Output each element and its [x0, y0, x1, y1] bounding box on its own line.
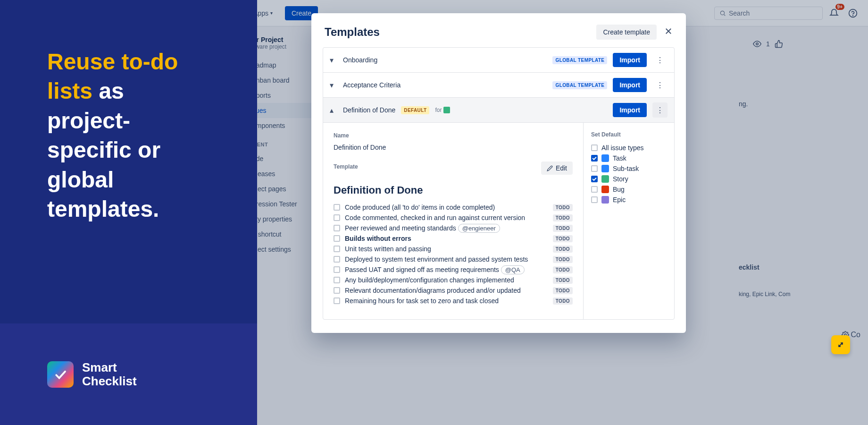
status-tag[interactable]: TODO [553, 266, 573, 273]
template-row-acceptance[interactable]: ▾ Acceptance Criteria GLOBAL TEMPLATE Im… [323, 73, 674, 98]
status-tag[interactable]: TODO [553, 225, 573, 232]
close-icon[interactable] [664, 27, 673, 38]
checklist-item-text: Any build/deployment/configuration chang… [345, 276, 548, 284]
checkbox[interactable] [591, 155, 598, 162]
notifications-icon[interactable]: 9+ [826, 6, 842, 21]
smart-checklist-logo-icon [47, 361, 74, 388]
chevron-up-icon: ▴ [330, 106, 337, 115]
checkbox[interactable] [334, 266, 340, 273]
template-row-onboarding[interactable]: ▾ Onboarding GLOBAL TEMPLATE Import ⋮ [323, 48, 674, 73]
default-type-option[interactable]: Sub-task [591, 163, 667, 174]
checklist-item[interactable]: Unit tests written and passing TODO [334, 244, 573, 254]
import-button[interactable]: Import [613, 103, 647, 117]
issue-type-icon [601, 154, 609, 162]
checkbox[interactable] [334, 214, 340, 221]
checklist-item-text: Code produced (all 'to do' items in code… [345, 204, 548, 211]
svg-point-0 [720, 11, 724, 15]
checkbox[interactable] [334, 277, 340, 283]
pencil-icon [547, 165, 553, 171]
default-type-option[interactable]: Story [591, 174, 667, 184]
type-label: Bug [613, 186, 625, 193]
checklist-item-text: Peer reviewed and meeting standards @eng… [345, 224, 548, 232]
checklist-item-text: Passed UAT and signed off as meeting req… [345, 266, 548, 273]
expand-fab-button[interactable] [831, 335, 850, 354]
kebab-menu-icon[interactable]: ⋮ [652, 77, 668, 93]
brand-name: Smart Checklist [82, 361, 137, 388]
name-value[interactable]: Definition of Done [334, 142, 573, 153]
issue-type-icon [601, 186, 609, 193]
mention-tag[interactable]: @QA [501, 265, 525, 274]
template-detail: Name Definition of Done Template Edit De… [323, 123, 674, 319]
checkbox[interactable] [334, 298, 340, 304]
checkbox[interactable] [334, 204, 340, 211]
edit-button[interactable]: Edit [541, 162, 573, 175]
default-type-option[interactable]: All issue types [591, 143, 667, 153]
status-tag[interactable]: TODO [553, 204, 573, 211]
story-icon [443, 107, 450, 113]
checkbox[interactable] [334, 287, 340, 294]
default-type-option[interactable]: Bug [591, 184, 667, 195]
status-tag[interactable]: TODO [553, 277, 573, 284]
checklist-item[interactable]: Passed UAT and signed off as meeting req… [334, 264, 573, 275]
checkbox[interactable] [591, 144, 598, 151]
issue-type-icon [601, 175, 609, 183]
status-tag[interactable]: TODO [553, 298, 573, 305]
status-tag[interactable]: TODO [553, 256, 573, 263]
default-type-option[interactable]: Task [591, 153, 667, 163]
template-label: Template [334, 163, 358, 170]
mention-tag[interactable]: @engieneer [458, 224, 500, 233]
checklist-item[interactable]: Code produced (all 'to do' items in code… [334, 202, 573, 212]
issue-right-panel: 1 ng. ecklist king, Epic Link, Com Co [731, 26, 868, 425]
status-tag[interactable]: TODO [553, 235, 573, 242]
status-tag[interactable]: TODO [553, 214, 573, 221]
for-label: for [435, 107, 450, 113]
kebab-menu-icon[interactable]: ⋮ [652, 52, 668, 68]
checkbox[interactable] [591, 196, 598, 203]
checkbox[interactable] [334, 256, 340, 263]
type-label: All issue types [601, 144, 643, 152]
checkbox[interactable] [591, 176, 598, 182]
default-type-option[interactable]: Epic [591, 195, 667, 205]
marketing-banner: Reuse to-do lists as project-specific or… [0, 0, 257, 425]
status-tag[interactable]: TODO [553, 287, 573, 294]
status-tag[interactable]: TODO [553, 246, 573, 253]
template-list: ▾ Onboarding GLOBAL TEMPLATE Import ⋮ ▾ … [323, 47, 675, 320]
checklist-item-text: Remaining hours for task set to zero and… [345, 297, 548, 305]
import-button[interactable]: Import [613, 78, 647, 92]
svg-point-2 [849, 9, 857, 17]
import-button[interactable]: Import [613, 53, 647, 67]
checklist-item-text: Deployed to system test environment and … [345, 255, 548, 263]
issue-type-icon [601, 165, 609, 172]
checklist-item[interactable]: Any build/deployment/configuration chang… [334, 275, 573, 285]
kebab-menu-icon[interactable]: ⋮ [652, 102, 668, 118]
checklist-item[interactable]: Peer reviewed and meeting standards @eng… [334, 223, 573, 233]
expand-icon [836, 340, 845, 349]
help-icon[interactable] [845, 6, 860, 21]
type-label: Epic [613, 196, 626, 204]
templates-modal: Templates Create template ▾ Onboarding G… [311, 13, 686, 333]
checklist-item[interactable]: Remaining hours for task set to zero and… [334, 296, 573, 306]
checklist-item[interactable]: Code commented, checked in and run again… [334, 212, 573, 223]
checkbox[interactable] [334, 225, 340, 231]
checklist-item-text: Builds without errors [345, 235, 548, 242]
search-input[interactable]: Search [714, 7, 823, 20]
template-row-dod[interactable]: ▴ Definition of Done DEFAULT for Import … [323, 98, 674, 123]
checklist-item[interactable]: Relevant documentation/diagrams produced… [334, 285, 573, 296]
thumbs-up-icon[interactable] [775, 40, 783, 48]
checklist-item[interactable]: Builds without errors TODO [334, 233, 573, 244]
checkbox[interactable] [334, 246, 340, 252]
svg-line-1 [724, 14, 725, 15]
checklist-item[interactable]: Deployed to system test environment and … [334, 254, 573, 264]
create-template-button[interactable]: Create template [596, 25, 657, 40]
checkbox[interactable] [334, 235, 340, 242]
chevron-down-icon: ▾ [330, 81, 337, 90]
checklist-item-text: Code commented, checked in and run again… [345, 214, 548, 221]
checkbox[interactable] [591, 186, 598, 193]
watch-icon[interactable] [753, 40, 761, 48]
global-template-badge: GLOBAL TEMPLATE [552, 56, 607, 64]
search-icon [719, 10, 726, 17]
default-badge: DEFAULT [401, 106, 429, 114]
svg-line-8 [839, 343, 843, 347]
checkbox[interactable] [591, 165, 598, 172]
svg-point-3 [853, 15, 853, 16]
